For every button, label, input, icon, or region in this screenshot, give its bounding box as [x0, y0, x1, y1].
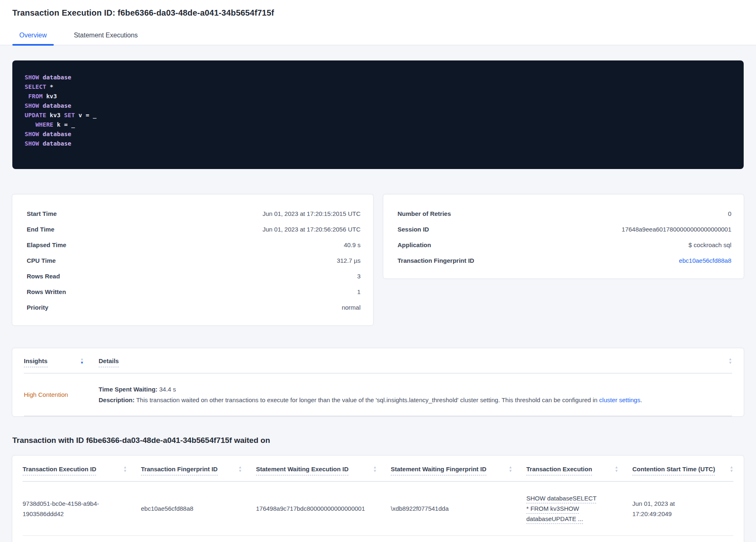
stat-label: Rows Read	[27, 273, 60, 280]
stat-value: 40.9 s	[344, 241, 361, 248]
stat-row: Prioritynormal	[27, 299, 361, 315]
tab-bar: Overview Statement Executions	[12, 28, 744, 45]
stat-label: Priority	[27, 304, 48, 311]
stat-label: Start Time	[27, 210, 57, 217]
sql-line: UPDATE kv3 SET v = _	[25, 111, 731, 120]
sql-line: SHOW database	[25, 139, 731, 148]
sort-desc-icon: ▼	[238, 469, 242, 473]
sql-token: SHOW	[25, 140, 39, 147]
column-label[interactable]: Statement Waiting Execution ID	[256, 466, 348, 475]
stat-value: 1	[357, 288, 360, 295]
sql-token	[25, 93, 28, 100]
cell-contention-start-time: Jun 01, 2023 at 17:20:49:2049	[632, 498, 733, 519]
sql-token: UPDATE	[25, 112, 46, 118]
sql-line: SHOW database	[25, 73, 731, 82]
sql-token: WHERE	[35, 121, 53, 128]
stat-row: End TimeJun 01, 2023 at 17:20:56:2056 UT…	[27, 221, 361, 237]
stat-row: Rows Written1	[27, 284, 361, 299]
waited-on-table-header: Transaction Execution ID ▲▼ Transaction …	[23, 456, 733, 482]
sort-icon[interactable]: ▲▼	[509, 466, 512, 473]
sort-icon[interactable]: ▲▼	[238, 466, 242, 473]
stat-row: Number of Retries0	[398, 206, 732, 221]
tab-overview[interactable]: Overview	[12, 28, 54, 45]
summary-cards-row: Start TimeJun 01, 2023 at 17:20:15:2015 …	[12, 195, 744, 325]
stat-row: CPU Time312.7 µs	[27, 252, 361, 268]
page-title: Transaction Execution ID: f6be6366-da03-…	[12, 8, 744, 18]
details-column-header: Details ▲▼	[84, 357, 732, 367]
sql-token: database	[39, 74, 71, 81]
cell-transaction-fingerprint-id: ebc10ae56cfd88a8	[141, 503, 256, 514]
sql-token: *	[46, 83, 53, 90]
sort-desc-icon: ▼	[509, 469, 512, 473]
sql-token: database	[39, 131, 71, 137]
sql-token: FROM	[28, 93, 43, 100]
sort-desc-icon: ▼	[615, 469, 618, 473]
table-row: 9738d051-bc0e-4158-a9b4-1903586ddd42 ebc…	[23, 482, 733, 536]
sort-icon[interactable]: ▲▼	[728, 357, 732, 364]
sql-token	[25, 121, 35, 128]
column-header-statement-waiting-fingerprint-id: Statement Waiting Fingerprint ID ▲▼	[391, 466, 526, 475]
column-label[interactable]: Contention Start Time (UTC)	[632, 466, 715, 475]
sql-token: SHOW	[25, 102, 39, 109]
insights-column-header: Insights ▲▼	[24, 357, 84, 367]
description-suffix: .	[640, 396, 642, 403]
sql-line: FROM kv3	[25, 92, 731, 101]
stat-value: 0	[728, 210, 731, 217]
sql-token: SET	[64, 112, 75, 118]
insights-column-label[interactable]: Insights	[24, 357, 48, 367]
stat-label: End Time	[27, 226, 54, 233]
sort-icon[interactable]: ▲▼	[123, 466, 127, 473]
sort-icon[interactable]: ▲▼	[730, 466, 733, 473]
sort-asc-icon: ▲	[730, 466, 733, 469]
sort-icon[interactable]: ▲▼	[373, 466, 377, 473]
insights-table-header: Insights ▲▼ Details ▲▼	[24, 348, 732, 373]
sort-asc-icon: ▲	[123, 466, 127, 469]
stat-value: Jun 01, 2023 at 17:20:15:2015 UTC	[263, 210, 361, 217]
column-label[interactable]: Statement Waiting Fingerprint ID	[391, 466, 486, 475]
column-label[interactable]: Transaction Fingerprint ID	[141, 466, 218, 475]
cluster-settings-link[interactable]: cluster settings	[599, 396, 640, 403]
column-header-statement-waiting-execution-id: Statement Waiting Execution ID ▲▼	[256, 466, 391, 475]
sql-token: SELECT	[25, 83, 46, 90]
insight-row: High Contention Time Spent Waiting: 34.4…	[24, 373, 732, 416]
details-column-label[interactable]: Details	[99, 357, 119, 367]
sort-asc-icon: ▲	[615, 466, 618, 469]
sort-asc-icon: ▲	[509, 466, 512, 469]
cell-transaction-execution: SHOW databaseSELECT * FROM kv3SHOW datab…	[526, 493, 632, 524]
cell-statement-waiting-execution-id: 176498a9c717bdc80000000000000001	[256, 503, 391, 514]
waiting-time-value: 34.4 s	[157, 386, 176, 393]
stat-label: Application	[398, 241, 431, 248]
cell-transaction-execution-id: 9738d051-bc0e-4158-a9b4-1903586ddd42	[23, 498, 141, 519]
tab-statement-executions[interactable]: Statement Executions	[67, 28, 145, 45]
column-header-contention-start-time: Contention Start Time (UTC) ▲▼	[632, 466, 733, 475]
sort-asc-icon: ▲	[373, 466, 377, 469]
transaction-execution-link[interactable]: SHOW databaseSELECT * FROM kv3SHOW datab…	[526, 493, 599, 524]
column-label[interactable]: Transaction Execution	[526, 466, 592, 475]
stat-label: Rows Written	[27, 288, 66, 295]
sort-icon[interactable]: ▲▼	[615, 466, 618, 473]
stat-row: Application$ cockroach sql	[398, 237, 732, 252]
sql-token: k = _	[53, 121, 75, 128]
sql-token: database	[39, 102, 71, 109]
column-label[interactable]: Transaction Execution ID	[23, 466, 96, 475]
sort-desc-icon: ▼	[728, 361, 732, 364]
stat-value: 3	[357, 273, 360, 280]
session-stats-card: Number of Retries0Session ID17648a9eea60…	[383, 195, 744, 278]
sort-asc-icon: ▲	[80, 357, 84, 361]
sql-line: SELECT *	[25, 82, 731, 92]
waiting-time-label: Time Spent Waiting:	[99, 386, 157, 393]
column-header-transaction-execution: Transaction Execution ▲▼	[526, 466, 632, 475]
transaction-sql-box: SHOW databaseSELECT * FROM kv3SHOW datab…	[12, 60, 744, 169]
stat-value-link[interactable]: ebc10ae56cfd88a8	[679, 257, 731, 264]
stat-row: Rows Read3	[27, 268, 361, 284]
description-text: This transaction waited on other transac…	[135, 396, 599, 403]
stat-row: Elapsed Time40.9 s	[27, 237, 361, 252]
sql-token: SHOW	[25, 74, 39, 81]
execution-stats-card: Start TimeJun 01, 2023 at 17:20:15:2015 …	[12, 195, 373, 325]
insight-description-line: Description: This transaction waited on …	[99, 396, 732, 403]
sort-icon[interactable]: ▲▼	[80, 357, 84, 364]
sort-desc-icon: ▼	[80, 361, 84, 364]
stat-label: CPU Time	[27, 257, 56, 264]
insights-table-card: Insights ▲▼ Details ▲▼ High Contention T…	[12, 348, 744, 416]
waited-on-heading: Transaction with ID f6be6366-da03-48de-a…	[12, 436, 744, 445]
